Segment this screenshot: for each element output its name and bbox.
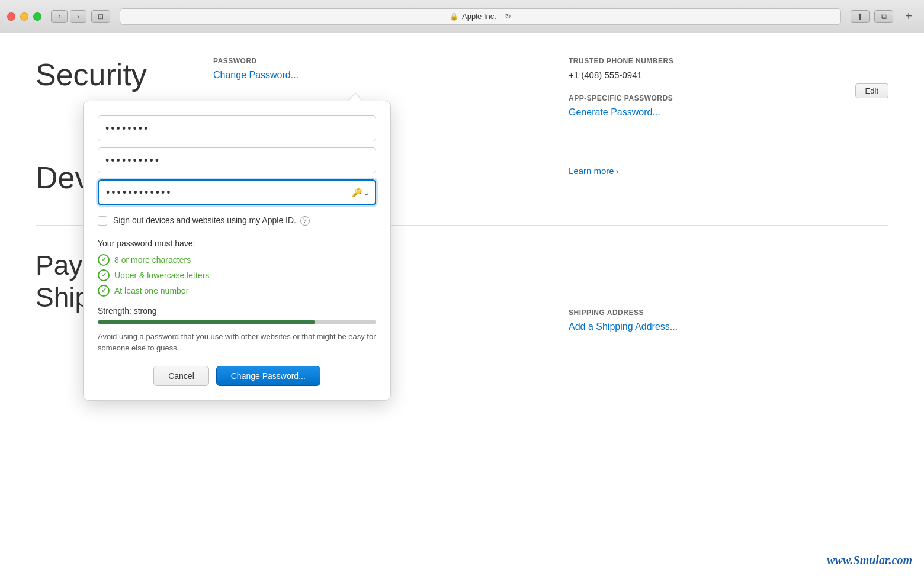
signout-label: Sign out devices and websites using my A… <box>113 215 310 227</box>
password-actions-button[interactable]: 🔑 ⌄ <box>352 188 370 197</box>
generate-password-link[interactable]: Generate Password... <box>569 107 660 117</box>
add-shipping-link[interactable]: Add a Shipping Address... <box>569 321 678 332</box>
tabs-button[interactable]: ⧉ <box>874 10 893 23</box>
address-text: Apple Inc. <box>462 12 496 21</box>
check-icon-2 <box>98 269 110 281</box>
key-icon: 🔑 <box>352 188 362 197</box>
verify-password-wrapper: 🔑 ⌄ <box>98 179 376 205</box>
change-password-confirm-button[interactable]: Change Password... <box>216 366 320 386</box>
strength-section: Strength: strong <box>98 306 376 324</box>
requirement-text-2: Upper & lowercase letters <box>114 271 209 280</box>
lock-icon: 🔒 <box>450 12 458 21</box>
app-specific-label: APP-SPECIFIC PASSWORDS <box>569 94 888 102</box>
shipping-label: SHIPPING ADDRESS <box>569 308 888 317</box>
popup-container: 🔑 ⌄ Sign out devices and websites using … <box>83 92 391 401</box>
requirement-text-1: 8 or more characters <box>114 255 191 265</box>
current-password-input[interactable] <box>98 115 376 141</box>
chevron-icon: ⌄ <box>363 188 370 197</box>
popup-arrow <box>348 92 362 101</box>
edit-button[interactable]: Edit <box>855 83 888 98</box>
requirement-text-3: At least one number <box>114 286 188 295</box>
change-password-link[interactable]: Change Password... <box>213 70 299 80</box>
share-button[interactable]: ⬆ <box>851 10 870 23</box>
address-bar[interactable]: 🔒 Apple Inc. ↻ <box>120 8 841 25</box>
requirement-item-2: Upper & lowercase letters <box>98 269 376 281</box>
help-icon[interactable]: ? <box>300 216 310 226</box>
requirements-section: Your password must have: 8 or more chara… <box>98 239 376 297</box>
browser-chrome: ‹ › ⊡ 🔒 Apple Inc. ↻ ⬆ ⧉ + <box>0 0 924 33</box>
nav-buttons: ‹ › <box>51 10 86 23</box>
warning-text: Avoid using a password that you use with… <box>98 331 376 354</box>
password-label: PASSWORD <box>213 57 545 65</box>
main-content: Edit Security PASSWORD Change Password..… <box>0 33 924 579</box>
maximize-button[interactable] <box>33 12 41 21</box>
strength-bar-fill <box>98 320 315 324</box>
new-password-input[interactable] <box>98 147 376 173</box>
verify-password-input[interactable] <box>98 179 376 205</box>
password-input-group: 🔑 ⌄ <box>98 115 376 205</box>
security-heading: Security <box>36 57 201 92</box>
add-tab-button[interactable]: + <box>900 8 917 25</box>
browser-actions: ⬆ ⧉ + <box>851 8 917 25</box>
action-buttons: Cancel Change Password... <box>98 366 376 386</box>
watermark: www.Smular.com <box>827 554 912 567</box>
reload-button[interactable]: ↻ <box>505 12 511 21</box>
close-button[interactable] <box>7 12 15 21</box>
requirements-title: Your password must have: <box>98 239 376 248</box>
change-password-popup: 🔑 ⌄ Sign out devices and websites using … <box>83 101 391 401</box>
forward-button[interactable]: › <box>70 10 86 23</box>
requirement-item-3: At least one number <box>98 285 376 297</box>
phone-number: +1 (408) 555-0941 <box>569 70 888 80</box>
strength-bar <box>98 320 376 324</box>
learn-more-link[interactable]: Learn more › <box>569 166 619 176</box>
check-icon-1 <box>98 254 110 266</box>
cancel-button[interactable]: Cancel <box>153 366 209 386</box>
traffic-lights <box>7 12 41 21</box>
check-icon-3 <box>98 285 110 297</box>
strength-label: Strength: strong <box>98 306 376 316</box>
signout-checkbox-row: Sign out devices and websites using my A… <box>98 215 376 227</box>
requirement-item-1: 8 or more characters <box>98 254 376 266</box>
back-button[interactable]: ‹ <box>51 10 68 23</box>
trusted-label: TRUSTED PHONE NUMBERS <box>569 57 888 65</box>
minimize-button[interactable] <box>20 12 28 21</box>
signout-checkbox[interactable] <box>98 216 107 226</box>
sidebar-button[interactable]: ⊡ <box>91 10 110 23</box>
